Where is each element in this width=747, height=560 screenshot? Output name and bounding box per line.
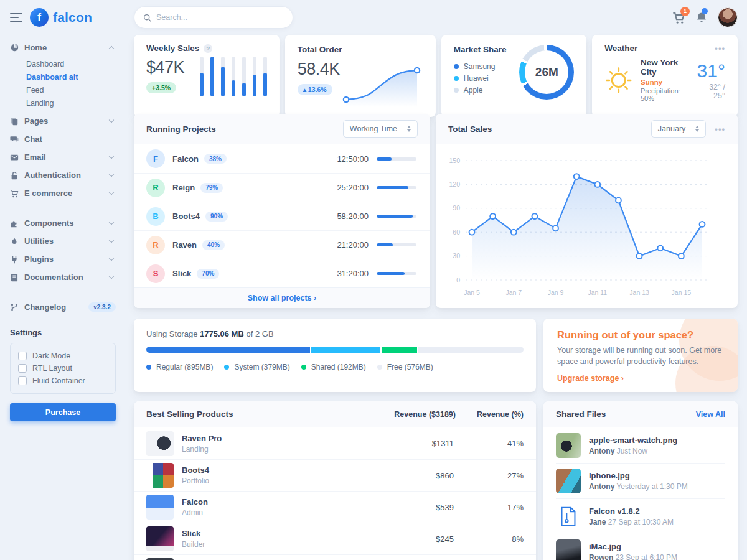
product-row[interactable] — [134, 554, 536, 560]
weather-condition: Sunny — [641, 78, 690, 86]
sidebar-item-email[interactable]: Email — [10, 148, 116, 166]
product-row[interactable]: SlickBuilder $245 8% — [134, 523, 536, 554]
fluid-container-checkbox[interactable] — [18, 376, 27, 385]
dark-mode-checkbox[interactable] — [18, 352, 27, 360]
sort-caret-icon — [695, 126, 699, 132]
legend-dot — [454, 64, 459, 69]
product-thumbnail — [146, 495, 174, 520]
svg-text:150: 150 — [449, 157, 460, 164]
sidebar-item-pages[interactable]: Pages — [10, 112, 116, 130]
puzzle-icon — [10, 219, 19, 228]
view-all-link[interactable]: View All — [696, 410, 725, 419]
project-time: 12:50:00 — [337, 154, 369, 164]
chevron-down-icon — [109, 220, 114, 225]
sidebar-item-ecommerce[interactable]: E commerce — [10, 184, 116, 202]
project-progress-fill — [377, 243, 393, 246]
file-row[interactable]: iMac.jpg Rowen 23 Sep at 6:10 PM — [556, 534, 725, 560]
sidebar-item-dashboard[interactable]: Dashboard — [26, 57, 116, 70]
dark-mode-option: Dark Mode — [18, 350, 108, 362]
project-avatar: R — [146, 179, 165, 197]
file-row[interactable]: iphone.jpg Antony Yesterday at 1:30 PM — [556, 463, 725, 498]
product-row[interactable]: FalconAdmin $539 17% — [134, 491, 536, 523]
file-row[interactable]: apple-smart-watch.png Antony Just Now — [556, 427, 725, 463]
project-row[interactable]: F Falcon 38% 12:50:00 — [134, 144, 430, 173]
sidebar-item-label: Home — [24, 43, 104, 52]
purchase-button[interactable]: Purchase — [10, 403, 116, 421]
weekly-sales-chart — [200, 57, 267, 96]
product-percent: 17% — [502, 503, 524, 512]
product-revenue: $539 — [416, 503, 454, 512]
project-row[interactable]: R Raven 40% 21:20:00 — [134, 230, 430, 259]
svg-text:Jan 7: Jan 7 — [505, 289, 522, 296]
month-select[interactable]: January — [651, 120, 706, 138]
chevron-down-icon — [109, 172, 114, 177]
weekly-sales-title: Weekly Sales — [146, 44, 199, 53]
chevron-right-icon: › — [621, 374, 624, 383]
show-all-projects-link[interactable]: Show all projects › — [248, 294, 316, 302]
code-branch-icon — [10, 303, 19, 312]
rtl-layout-checkbox[interactable] — [18, 364, 27, 373]
space-promo-title: Running out of your space? — [557, 329, 724, 341]
upgrade-storage-link[interactable]: Upgrade storage › — [557, 374, 624, 383]
sidebar-item-feed[interactable]: Feed — [26, 83, 116, 96]
help-icon[interactable]: ? — [204, 44, 212, 53]
project-time: 21:20:00 — [337, 240, 369, 250]
total-sales-title: Total Sales — [448, 124, 492, 134]
sidebar-item-authentication[interactable]: Authentication — [10, 166, 116, 184]
legend-item-system: System (379MB) — [224, 361, 289, 373]
svg-text:Jan 9: Jan 9 — [548, 289, 564, 296]
cart-button[interactable]: 1 — [672, 11, 685, 24]
project-progress — [377, 243, 416, 246]
file-row[interactable]: Falcon v1.8.2 Jane 27 Sep at 10:30 AM — [556, 498, 725, 534]
file-thumbnail — [556, 539, 581, 560]
user-avatar[interactable] — [718, 7, 738, 27]
chevron-down-icon — [109, 274, 114, 279]
sidebar-item-landing[interactable]: Landing — [26, 96, 116, 110]
project-row[interactable]: R Reign 79% 25:20:00 — [134, 173, 430, 202]
total-sales-chart: 0306090120150Jan 5Jan 7Jan 9Jan 11Jan 13… — [441, 148, 722, 305]
chevron-up-icon — [109, 46, 114, 51]
sidebar-item-components[interactable]: Components — [10, 214, 116, 232]
notifications-button[interactable] — [695, 11, 708, 24]
search-input[interactable] — [156, 13, 284, 22]
card-menu-icon[interactable]: ••• — [715, 44, 725, 53]
storage-bar — [146, 347, 524, 353]
sidebar-item-changelog[interactable]: Changelog v2.3.2 — [10, 298, 116, 316]
total-order-chart — [340, 61, 423, 108]
svg-text:0: 0 — [456, 276, 460, 284]
card-menu-icon[interactable]: ••• — [715, 124, 725, 134]
sidebar-item-documentation[interactable]: Documentation — [10, 268, 116, 286]
sidebar-item-dashboard-alt[interactable]: Dashboard alt — [26, 70, 116, 83]
product-thumbnail — [146, 526, 174, 551]
settings-box: Dark Mode RTL Layout Fluid Container — [10, 343, 116, 394]
legend-dot — [454, 76, 459, 81]
revenue-percent-column-header: Revenue (%) — [477, 410, 524, 419]
rtl-layout-label: RTL Layout — [32, 364, 72, 373]
project-row[interactable]: B Boots4 90% 58:20:00 — [134, 202, 430, 230]
svg-text:Jan 11: Jan 11 — [588, 289, 607, 296]
sidebar-item-utilities[interactable]: Utilities — [10, 232, 116, 250]
project-progress-fill — [377, 215, 413, 218]
main-content: 1 Weekly Sales ? $47K +3.5% — [125, 0, 747, 560]
sidebar-item-chat[interactable]: Chat — [10, 130, 116, 148]
product-percent: 8% — [502, 534, 524, 544]
chevron-down-icon — [109, 154, 114, 159]
svg-text:Jan 5: Jan 5 — [464, 289, 480, 296]
running-projects-list: F Falcon 38% 12:50:00 R Reign 79% 25:20:… — [134, 144, 430, 287]
chevron-down-icon — [109, 256, 114, 261]
project-row[interactable]: S Slick 70% 31:20:00 — [134, 259, 430, 287]
rtl-layout-option: RTL Layout — [18, 362, 108, 375]
total-order-badge: ▴ 13.6% — [298, 84, 332, 95]
project-avatar: R — [146, 236, 165, 254]
brand-logo[interactable]: f falcon — [30, 8, 92, 27]
caret-up-icon: ▴ — [303, 86, 306, 93]
product-row[interactable]: Raven ProLanding $1311 41% — [134, 427, 536, 459]
project-time: 58:20:00 — [337, 212, 369, 221]
sidebar-item-plugins[interactable]: Plugins — [10, 250, 116, 268]
svg-text:120: 120 — [449, 180, 460, 188]
hamburger-menu-icon[interactable] — [10, 11, 22, 24]
working-time-select[interactable]: Working Time — [343, 120, 418, 138]
chevron-right-icon: › — [314, 294, 316, 302]
sidebar-item-home[interactable]: Home — [10, 39, 116, 57]
product-row[interactable]: Boots4Portfolio $860 27% — [134, 459, 536, 491]
